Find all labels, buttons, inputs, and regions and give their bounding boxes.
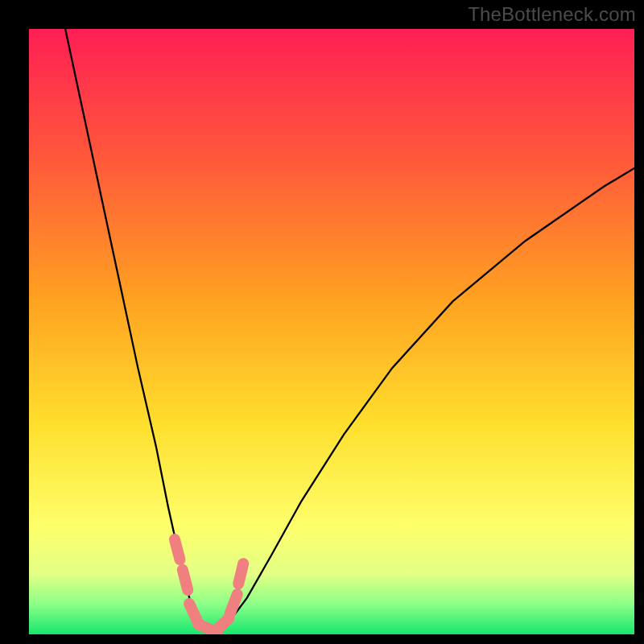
plot-background: [29, 29, 634, 634]
optimal-marker: [175, 539, 180, 559]
optimal-marker: [238, 564, 243, 584]
optimal-marker: [183, 570, 188, 590]
bottleneck-chart: [0, 0, 644, 644]
chart-frame: TheBottleneck.com: [0, 0, 644, 644]
watermark-text: TheBottleneck.com: [468, 3, 636, 26]
optimal-marker: [230, 594, 237, 613]
